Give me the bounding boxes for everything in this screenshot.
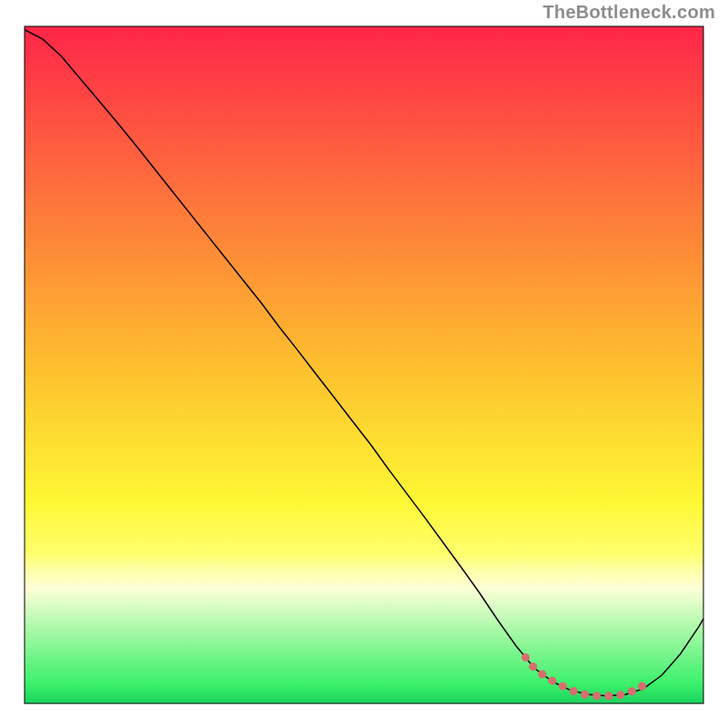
watermark: TheBottleneck.com (542, 2, 715, 23)
gradient-background (25, 26, 703, 703)
bottleneck-chart (0, 0, 728, 728)
